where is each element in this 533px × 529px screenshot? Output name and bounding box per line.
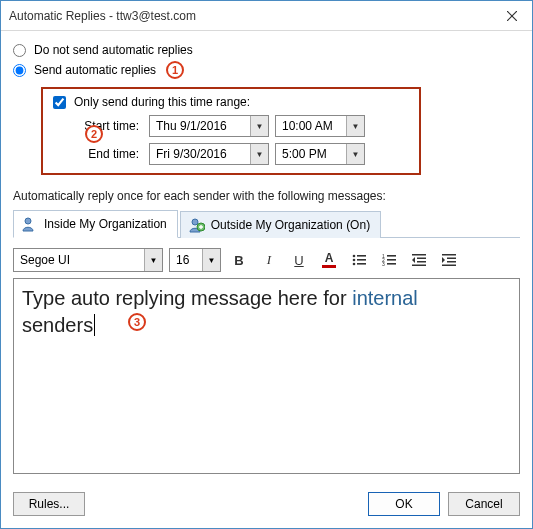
- titlebar: Automatic Replies - ttw3@test.com: [1, 1, 532, 31]
- svg-rect-24: [442, 265, 456, 267]
- svg-rect-22: [447, 258, 456, 260]
- tab-inside[interactable]: Inside My Organization: [13, 210, 178, 238]
- radio-send-label: Send automatic replies: [34, 63, 156, 77]
- start-date-value: Thu 9/1/2016: [150, 119, 250, 133]
- svg-rect-21: [442, 254, 456, 256]
- time-range-box: Only send during this time range: Start …: [41, 87, 421, 175]
- italic-button[interactable]: I: [257, 248, 281, 272]
- window-title: Automatic Replies - ttw3@test.com: [9, 9, 492, 23]
- start-date-combo[interactable]: Thu 9/1/2016 ▼: [149, 115, 269, 137]
- bullet-list-button[interactable]: [347, 248, 371, 272]
- svg-rect-19: [417, 261, 426, 263]
- svg-rect-20: [412, 265, 426, 267]
- dialog-footer: Rules... OK Cancel: [1, 482, 532, 528]
- text-cursor: [94, 314, 95, 336]
- radio-send[interactable]: [13, 64, 26, 77]
- only-send-label: Only send during this time range:: [74, 95, 250, 109]
- svg-point-7: [353, 259, 356, 262]
- close-button[interactable]: [492, 1, 532, 31]
- radio-dont-send-label: Do not send automatic replies: [34, 43, 193, 57]
- underline-button[interactable]: U: [287, 248, 311, 272]
- svg-text:3: 3: [382, 261, 385, 267]
- radio-dont-send[interactable]: [13, 44, 26, 57]
- editor-link-word: internal: [352, 287, 418, 309]
- dialog-window: Automatic Replies - ttw3@test.com Do not…: [0, 0, 533, 529]
- format-toolbar: Segoe UI ▼ 16 ▼ B I U A: [13, 248, 520, 272]
- svg-rect-17: [412, 254, 426, 256]
- end-time-row: End time: Fri 9/30/2016 ▼ 5:00 PM ▼: [53, 143, 409, 165]
- svg-rect-23: [447, 261, 456, 263]
- dialog-content: Do not send automatic replies Send autom…: [1, 31, 532, 482]
- editor-text: Type auto replying message here for: [22, 287, 352, 309]
- close-icon: [507, 11, 517, 21]
- font-color-bar: [322, 265, 336, 268]
- svg-rect-6: [357, 255, 366, 257]
- end-date-value: Fri 9/30/2016: [150, 147, 250, 161]
- svg-rect-12: [387, 255, 396, 257]
- svg-point-5: [353, 255, 356, 258]
- svg-point-9: [353, 263, 356, 266]
- only-send-row[interactable]: Only send during this time range:: [53, 95, 409, 109]
- end-time-label: End time:: [53, 147, 143, 161]
- increase-indent-icon: [441, 252, 457, 268]
- chevron-down-icon: ▼: [202, 249, 220, 271]
- increase-indent-button[interactable]: [437, 248, 461, 272]
- bold-button[interactable]: B: [227, 248, 251, 272]
- editor-text-line2: senders: [22, 314, 93, 336]
- start-time-row: Start time: Thu 9/1/2016 ▼ 10:00 AM ▼: [53, 115, 409, 137]
- numbered-list-icon: 1 2 3: [381, 252, 397, 268]
- svg-rect-10: [357, 263, 366, 265]
- font-size-value: 16: [170, 253, 202, 267]
- rules-button[interactable]: Rules...: [13, 492, 85, 516]
- only-send-checkbox[interactable]: [53, 96, 66, 109]
- svg-rect-18: [417, 258, 426, 260]
- svg-point-3: [192, 219, 198, 225]
- tab-outside-label: Outside My Organization (On): [211, 218, 370, 232]
- font-color-icon: A: [325, 252, 334, 264]
- tab-outside[interactable]: Outside My Organization (On): [180, 211, 381, 238]
- svg-point-2: [25, 218, 31, 224]
- decrease-indent-icon: [411, 252, 427, 268]
- font-name-value: Segoe UI: [14, 253, 144, 267]
- ok-button[interactable]: OK: [368, 492, 440, 516]
- auto-reply-description: Automatically reply once for each sender…: [13, 189, 520, 203]
- outside-org-icon: [189, 217, 205, 233]
- svg-rect-8: [357, 259, 366, 261]
- end-time-combo[interactable]: 5:00 PM ▼: [275, 143, 365, 165]
- callout-2: 2: [85, 125, 103, 143]
- chevron-down-icon: ▼: [250, 116, 268, 136]
- tabs: Inside My Organization Outside My Organi…: [13, 209, 520, 238]
- cancel-button[interactable]: Cancel: [448, 492, 520, 516]
- chevron-down-icon: ▼: [144, 249, 162, 271]
- chevron-down-icon: ▼: [346, 116, 364, 136]
- font-size-combo[interactable]: 16 ▼: [169, 248, 221, 272]
- svg-rect-16: [387, 263, 396, 265]
- end-date-combo[interactable]: Fri 9/30/2016 ▼: [149, 143, 269, 165]
- svg-rect-14: [387, 259, 396, 261]
- end-time-value: 5:00 PM: [276, 147, 346, 161]
- font-color-button[interactable]: A: [317, 248, 341, 272]
- font-name-combo[interactable]: Segoe UI ▼: [13, 248, 163, 272]
- tab-inside-label: Inside My Organization: [44, 217, 167, 231]
- callout-3: 3: [128, 313, 146, 331]
- radio-send-row[interactable]: Send automatic replies 1: [13, 61, 520, 79]
- radio-dont-send-row[interactable]: Do not send automatic replies: [13, 43, 520, 57]
- start-time-value: 10:00 AM: [276, 119, 346, 133]
- start-time-combo[interactable]: 10:00 AM ▼: [275, 115, 365, 137]
- numbered-list-button[interactable]: 1 2 3: [377, 248, 401, 272]
- callout-1: 1: [166, 61, 184, 79]
- message-editor[interactable]: Type auto replying message here for inte…: [13, 278, 520, 474]
- chevron-down-icon: ▼: [250, 144, 268, 164]
- chevron-down-icon: ▼: [346, 144, 364, 164]
- bullet-list-icon: [351, 252, 367, 268]
- inside-org-icon: [22, 216, 38, 232]
- decrease-indent-button[interactable]: [407, 248, 431, 272]
